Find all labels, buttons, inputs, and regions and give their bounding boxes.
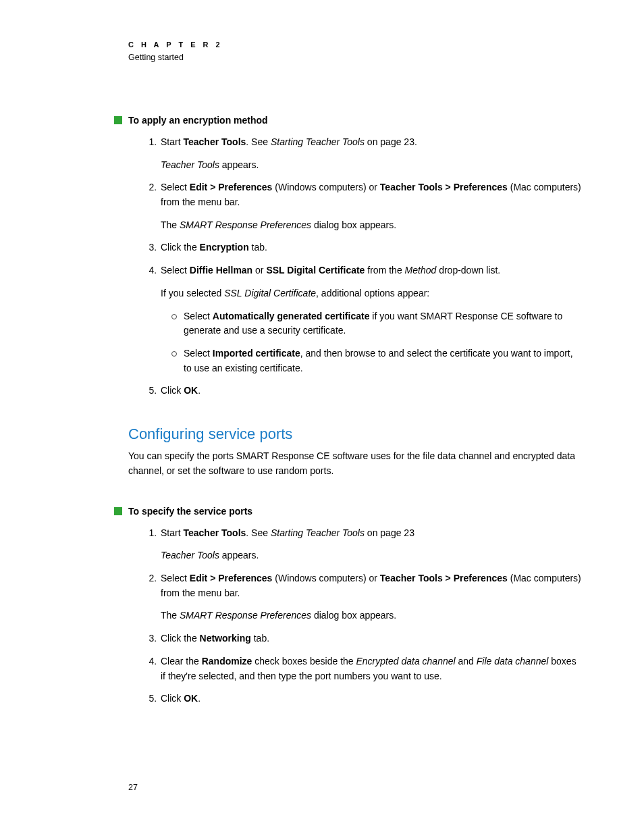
- italic-text: Encrypted data channel: [356, 656, 456, 667]
- bold-text: Imported certificate: [213, 348, 300, 359]
- bold-text: Teacher Tools: [183, 527, 246, 538]
- step-text: Click the: [161, 242, 200, 253]
- step-text: tab.: [249, 242, 267, 253]
- step-text: check boxes beside the: [252, 656, 356, 667]
- step-text: Click the: [161, 633, 200, 644]
- step-text: Start: [161, 136, 183, 147]
- step-text: Start: [161, 527, 183, 538]
- step-result: Teacher Tools appears.: [161, 548, 583, 563]
- step-text: The: [161, 610, 180, 621]
- sub-item: Select Automatically generated certifica…: [184, 309, 583, 338]
- bold-text: Teacher Tools > Preferences: [380, 182, 508, 192]
- procedure-title: To specify the service ports: [128, 506, 583, 517]
- bold-text: Teacher Tools: [183, 136, 246, 147]
- italic-text: SMART Response Preferences: [180, 610, 311, 621]
- step-item: Click the Networking tab.: [159, 631, 583, 646]
- step-text: or: [252, 265, 266, 276]
- section-intro: You can specify the ports SMART Response…: [128, 448, 583, 479]
- step-text: Click: [161, 693, 184, 704]
- procedure-apply-encryption: To apply an encryption method Start Teac…: [128, 115, 583, 398]
- step-result: If you selected SSL Digital Certificate,…: [161, 286, 583, 301]
- section-heading: Configuring service ports: [128, 425, 583, 443]
- page-number: 27: [128, 783, 138, 792]
- step-item: Clear the Randomize check boxes beside t…: [159, 654, 583, 683]
- step-text: (Windows computers) or: [272, 182, 379, 192]
- step-text: .: [198, 693, 200, 704]
- step-text: Select: [184, 348, 213, 359]
- step-item: Click OK.: [159, 384, 583, 398]
- step-text: drop-down list.: [436, 265, 500, 276]
- step-list: Start Teacher Tools. See Starting Teache…: [128, 526, 583, 706]
- step-item: Select Edit > Preferences (Windows compu…: [159, 180, 583, 232]
- step-text: .: [198, 385, 200, 396]
- step-text: Clear the: [161, 656, 202, 667]
- bold-text: Teacher Tools > Preferences: [380, 573, 508, 583]
- italic-text: SMART Response Preferences: [180, 219, 311, 230]
- sub-item: Select Imported certificate, and then br…: [184, 346, 583, 375]
- italic-text: Method: [405, 265, 437, 276]
- bold-text: Encryption: [200, 242, 249, 253]
- bold-text: Edit > Preferences: [190, 182, 273, 192]
- breadcrumb: Getting started: [128, 53, 583, 62]
- step-text: and: [456, 656, 477, 667]
- step-result: Teacher Tools appears.: [161, 158, 583, 173]
- step-text: Select: [161, 265, 190, 276]
- bold-text: Automatically generated certificate: [213, 311, 370, 321]
- bold-text: OK: [184, 385, 198, 396]
- sub-list: Select Automatically generated certifica…: [161, 309, 583, 376]
- step-text: tab.: [251, 633, 269, 644]
- step-text: dialog box appears.: [311, 610, 396, 621]
- step-text: , additional options appear:: [316, 288, 429, 298]
- bold-text: OK: [184, 693, 198, 704]
- italic-text: Teacher Tools: [161, 550, 219, 561]
- step-text: on page 23: [365, 527, 414, 538]
- step-text: from the: [365, 265, 404, 276]
- step-result: The SMART Response Preferences dialog bo…: [161, 608, 583, 623]
- step-text: . See: [246, 136, 271, 147]
- step-text: dialog box appears.: [311, 219, 396, 230]
- step-text: Select: [184, 311, 213, 321]
- step-text: Select: [161, 573, 190, 583]
- italic-text: Starting Teacher Tools: [271, 527, 365, 538]
- italic-text: Teacher Tools: [161, 159, 219, 170]
- italic-text: File data channel: [477, 656, 549, 667]
- step-item: Start Teacher Tools. See Starting Teache…: [159, 135, 583, 172]
- bold-text: Randomize: [202, 656, 252, 667]
- italic-text: SSL Digital Certificate: [224, 288, 316, 298]
- step-result: The SMART Response Preferences dialog bo…: [161, 218, 583, 233]
- step-text: Select: [161, 182, 190, 192]
- square-bullet-icon: [114, 116, 122, 124]
- step-list: Start Teacher Tools. See Starting Teache…: [128, 135, 583, 398]
- step-item: Select Edit > Preferences (Windows compu…: [159, 571, 583, 623]
- procedure-title: To apply an encryption method: [128, 115, 583, 126]
- step-text: appears.: [219, 550, 259, 561]
- step-item: Select Diffie Hellman or SSL Digital Cer…: [159, 263, 583, 375]
- step-item: Start Teacher Tools. See Starting Teache…: [159, 526, 583, 563]
- bold-text: Diffie Hellman: [190, 265, 252, 276]
- document-page: C H A P T E R 2 Getting started To apply…: [0, 0, 644, 834]
- bold-text: Networking: [200, 633, 251, 644]
- step-item: Click the Encryption tab.: [159, 240, 583, 255]
- step-text: . See: [246, 527, 271, 538]
- step-item: Click OK.: [159, 692, 583, 706]
- procedure-specify-ports: To specify the service ports Start Teach…: [128, 506, 583, 706]
- step-text: If you selected: [161, 288, 224, 298]
- chapter-label: C H A P T E R 2: [128, 41, 583, 49]
- step-text: Click: [161, 385, 184, 396]
- step-text: The: [161, 219, 180, 230]
- step-text: on page 23.: [365, 136, 417, 147]
- step-text: appears.: [219, 159, 259, 170]
- italic-text: Starting Teacher Tools: [271, 136, 365, 147]
- step-text: (Windows computers) or: [272, 573, 379, 583]
- square-bullet-icon: [114, 507, 122, 515]
- bold-text: SSL Digital Certificate: [266, 265, 365, 276]
- bold-text: Edit > Preferences: [190, 573, 273, 583]
